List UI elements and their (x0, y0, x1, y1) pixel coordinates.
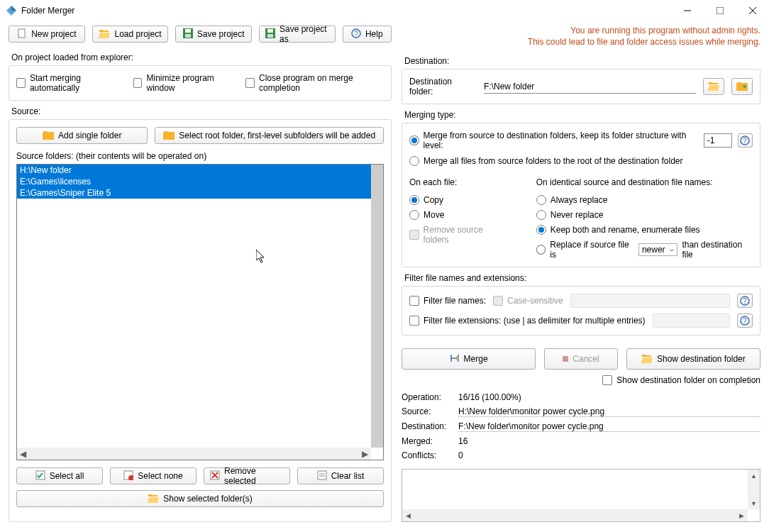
list-item[interactable]: H:\New folder (17, 165, 383, 176)
scrollbar-horizontal[interactable]: ◀▶ (402, 509, 748, 521)
clear-list-label: Clear list (331, 471, 365, 481)
save-project-button[interactable]: Save project (175, 26, 252, 43)
keep-both-label: Keep both and rename, enumerate files (551, 225, 700, 235)
minimize-window-checkbox[interactable]: Minimize program window (133, 73, 236, 93)
load-project-button[interactable]: Load project (92, 26, 169, 43)
save-icon (183, 28, 193, 40)
show-destination-button[interactable]: Show destination folder (626, 348, 760, 370)
start-merge-checkbox[interactable]: Start merging automatically (16, 73, 123, 93)
admin-warning: You are running this program without adm… (402, 26, 760, 48)
explorer-panel: Start merging automatically Minimize pro… (9, 65, 392, 101)
toolbar: New project Load project Save project Sa… (9, 26, 392, 43)
cancel-button: Cancel (544, 348, 618, 370)
always-replace-radio[interactable]: Always replace (536, 195, 753, 205)
copy-radio[interactable]: Copy (409, 195, 508, 205)
filter-extensions-help-button[interactable]: ? (737, 314, 753, 328)
on-identical-label: On identical source and destination file… (536, 177, 753, 187)
show-on-completion-checkbox[interactable]: Show destination folder on completion (402, 375, 760, 385)
source-panel: Add single folder Select root folder, fi… (9, 119, 392, 522)
progress-destination-value: F:\New folder\monitor power cycle.png (458, 421, 760, 432)
keep-both-radio[interactable]: Keep both and rename, enumerate files (536, 225, 753, 235)
destination-folder-input[interactable] (484, 80, 696, 94)
replace-if-radio[interactable]: Replace if source file is (536, 240, 634, 260)
window-title: Folder Merger (21, 6, 671, 16)
save-project-label: Save project (197, 29, 245, 39)
warning-line1: You are running this program without adm… (402, 26, 760, 37)
than-label: than destination file (682, 240, 753, 260)
structure-level-input[interactable] (704, 133, 732, 148)
filter-panel: Filter file names: Case-sensitive ? Filt… (402, 286, 760, 336)
svg-rect-11 (267, 29, 273, 33)
select-none-button[interactable]: Select none (110, 467, 197, 484)
show-selected-folders-button[interactable]: Show selected folder(s) (16, 490, 384, 507)
scrollbar-horizontal[interactable]: ◀▶ (17, 448, 371, 460)
log-textarea[interactable]: ▲▼ ◀▶ (402, 469, 760, 522)
list-item[interactable]: E:\Games\licenses (17, 176, 383, 187)
source-group-label: Source: (11, 106, 392, 116)
select-root-label: Select root folder, first-level subfolde… (179, 131, 375, 140)
svg-text:?: ? (743, 297, 747, 305)
save-as-icon (265, 28, 275, 40)
merge-structure-radio[interactable]: Merge from source to destination folders… (409, 131, 698, 150)
merge-structure-label: Merge from source to destination folders… (424, 131, 698, 150)
newer-older-select[interactable]: newer (638, 243, 677, 256)
scrollbar-vertical[interactable]: ▲▼ (748, 470, 760, 509)
never-replace-label: Never replace (551, 210, 604, 220)
titlebar: Folder Merger (0, 0, 769, 21)
select-all-button[interactable]: Select all (16, 467, 103, 484)
case-sensitive-label: Case-sensitive (507, 296, 563, 306)
help-button[interactable]: ? Help (343, 26, 392, 43)
operation-value: 16/16 (100.00%) (458, 392, 760, 402)
svg-marker-1 (11, 6, 16, 11)
move-radio[interactable]: Move (409, 210, 508, 220)
merged-value: 16 (458, 436, 760, 446)
filter-extensions-checkbox[interactable]: Filter file extensions: (use | as delimi… (409, 316, 646, 326)
filter-extensions-input (653, 314, 730, 328)
minimize-label: Minimize program window (146, 73, 236, 93)
svg-text:?: ? (743, 317, 747, 325)
merge-icon (450, 353, 460, 365)
copy-label: Copy (424, 195, 443, 205)
minimize-button[interactable] (671, 0, 704, 21)
explorer-group-label: On project loaded from explorer: (11, 52, 392, 62)
folder-arrow-icon (736, 82, 748, 91)
show-on-completion-label: Show destination folder on completion (616, 375, 760, 385)
remove-selected-button[interactable]: Remove selected (204, 467, 290, 484)
select-root-folder-button[interactable]: Select root folder, first-level subfolde… (155, 127, 384, 144)
always-replace-label: Always replace (551, 195, 608, 205)
browse-destination-button[interactable] (703, 78, 724, 95)
source-folders-list[interactable]: H:\New folder E:\Games\licenses E:\Games… (16, 164, 384, 460)
app-icon (6, 5, 17, 16)
merge-button[interactable]: Merge (402, 348, 536, 370)
remove-selected-label: Remove selected (224, 466, 284, 486)
structure-help-button[interactable]: ? (738, 133, 753, 148)
svg-text:?: ? (354, 30, 358, 38)
add-single-label: Add single folder (58, 131, 121, 140)
filter-names-help-button[interactable]: ? (737, 294, 753, 308)
svg-rect-6 (18, 29, 25, 38)
save-project-as-button[interactable]: Save project as (259, 26, 336, 43)
cancel-label: Cancel (572, 354, 599, 364)
close-on-complete-label: Close program on merge completion (259, 73, 384, 93)
add-single-folder-button[interactable]: Add single folder (16, 127, 148, 144)
list-item[interactable]: E:\Games\Sniper Elite 5 (17, 187, 383, 199)
on-each-file-label: On each file: (409, 177, 508, 187)
new-project-label: New project (31, 29, 76, 39)
filter-names-checkbox[interactable]: Filter file names: (409, 296, 486, 306)
close-on-complete-checkbox[interactable]: Close program on merge completion (245, 73, 384, 93)
merge-flat-radio[interactable]: Merge all files from source folders to t… (409, 156, 753, 166)
help-icon: ? (351, 28, 361, 40)
never-replace-radio[interactable]: Never replace (536, 210, 753, 220)
replace-if-label: Replace if source file is (550, 240, 634, 260)
new-project-button[interactable]: New project (9, 26, 85, 43)
maximize-button[interactable] (704, 0, 736, 21)
load-project-label: Load project (114, 29, 161, 39)
open-destination-button[interactable] (731, 78, 753, 95)
warning-line2: This could lead to file and folder acces… (402, 37, 760, 48)
cancel-icon (563, 356, 568, 362)
scrollbar-vertical[interactable] (371, 165, 383, 448)
close-button[interactable] (736, 0, 769, 21)
svg-rect-9 (185, 34, 191, 38)
clear-list-button[interactable]: Clear list (297, 467, 384, 484)
select-all-label: Select all (50, 471, 84, 481)
